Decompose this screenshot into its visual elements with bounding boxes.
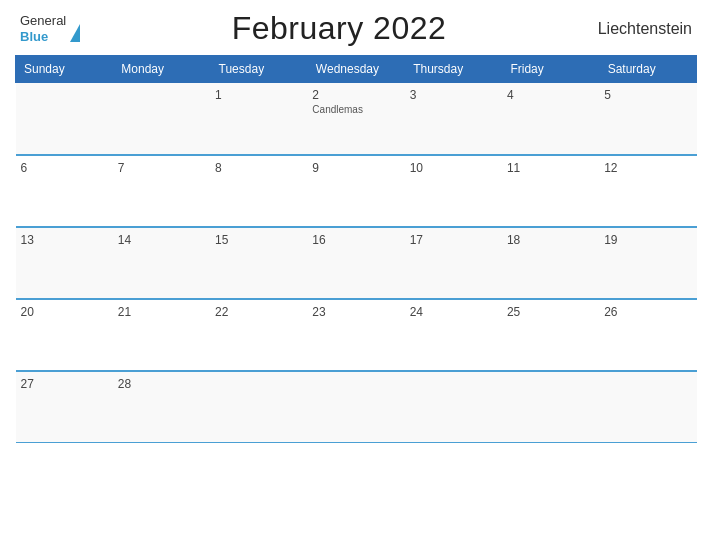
calendar-cell: 12 (599, 155, 696, 227)
header-monday: Monday (113, 56, 210, 83)
country-label: Liechtenstein (598, 20, 692, 38)
calendar-cell: 20 (16, 299, 113, 371)
calendar-cell (405, 371, 502, 443)
calendar-cell (113, 83, 210, 155)
day-number: 20 (21, 305, 34, 319)
calendar-cell: 11 (502, 155, 599, 227)
day-number: 28 (118, 377, 131, 391)
day-number: 5 (604, 88, 611, 102)
day-number: 23 (312, 305, 325, 319)
calendar-cell: 22 (210, 299, 307, 371)
calendar-cell: 7 (113, 155, 210, 227)
day-number: 15 (215, 233, 228, 247)
calendar-cell: 1 (210, 83, 307, 155)
calendar-cell: 4 (502, 83, 599, 155)
day-number: 18 (507, 233, 520, 247)
day-number: 16 (312, 233, 325, 247)
month-title: February 2022 (232, 10, 447, 47)
day-number: 2 (312, 88, 319, 102)
calendar-cell: 15 (210, 227, 307, 299)
day-number: 19 (604, 233, 617, 247)
logo: General Blue (20, 13, 80, 44)
calendar-container: General Blue February 2022 Liechtenstein… (0, 0, 712, 550)
calendar-header: General Blue February 2022 Liechtenstein (15, 10, 697, 47)
day-number: 4 (507, 88, 514, 102)
calendar-cell: 3 (405, 83, 502, 155)
calendar-cell: 2Candlemas (307, 83, 404, 155)
header-friday: Friday (502, 56, 599, 83)
calendar-cell: 24 (405, 299, 502, 371)
calendar-cell: 10 (405, 155, 502, 227)
calendar-cell: 26 (599, 299, 696, 371)
day-number: 11 (507, 161, 520, 175)
calendar-cell: 21 (113, 299, 210, 371)
calendar-cell: 17 (405, 227, 502, 299)
day-number: 13 (21, 233, 34, 247)
header-saturday: Saturday (599, 56, 696, 83)
calendar-cell (16, 83, 113, 155)
calendar-row-3: 13141516171819 (16, 227, 697, 299)
calendar-cell: 6 (16, 155, 113, 227)
calendar-cell: 14 (113, 227, 210, 299)
calendar-cell: 28 (113, 371, 210, 443)
calendar-table: Sunday Monday Tuesday Wednesday Thursday… (15, 55, 697, 443)
calendar-row-1: 12Candlemas345 (16, 83, 697, 155)
header-wednesday: Wednesday (307, 56, 404, 83)
calendar-cell: 19 (599, 227, 696, 299)
calendar-cell: 8 (210, 155, 307, 227)
calendar-cell: 9 (307, 155, 404, 227)
calendar-cell (210, 371, 307, 443)
day-number: 8 (215, 161, 222, 175)
calendar-cell (307, 371, 404, 443)
calendar-row-2: 6789101112 (16, 155, 697, 227)
day-number: 12 (604, 161, 617, 175)
day-number: 22 (215, 305, 228, 319)
weekday-header-row: Sunday Monday Tuesday Wednesday Thursday… (16, 56, 697, 83)
day-number: 6 (21, 161, 28, 175)
day-number: 21 (118, 305, 131, 319)
calendar-cell: 16 (307, 227, 404, 299)
logo-triangle-icon (70, 24, 80, 42)
logo-general: General (20, 13, 66, 29)
calendar-row-5: 2728 (16, 371, 697, 443)
header-sunday: Sunday (16, 56, 113, 83)
logo-text: General Blue (20, 13, 66, 44)
day-number: 10 (410, 161, 423, 175)
day-number: 26 (604, 305, 617, 319)
day-number: 3 (410, 88, 417, 102)
header-tuesday: Tuesday (210, 56, 307, 83)
calendar-cell: 5 (599, 83, 696, 155)
calendar-row-4: 20212223242526 (16, 299, 697, 371)
day-number: 7 (118, 161, 125, 175)
logo-blue: Blue (20, 29, 66, 45)
day-number: 9 (312, 161, 319, 175)
calendar-cell: 13 (16, 227, 113, 299)
day-number: 1 (215, 88, 222, 102)
day-number: 24 (410, 305, 423, 319)
calendar-cell: 23 (307, 299, 404, 371)
day-number: 27 (21, 377, 34, 391)
day-number: 17 (410, 233, 423, 247)
calendar-cell (599, 371, 696, 443)
day-number: 25 (507, 305, 520, 319)
calendar-cell (502, 371, 599, 443)
day-number: 14 (118, 233, 131, 247)
holiday-label: Candlemas (312, 104, 399, 115)
calendar-cell: 27 (16, 371, 113, 443)
calendar-cell: 25 (502, 299, 599, 371)
header-thursday: Thursday (405, 56, 502, 83)
calendar-cell: 18 (502, 227, 599, 299)
